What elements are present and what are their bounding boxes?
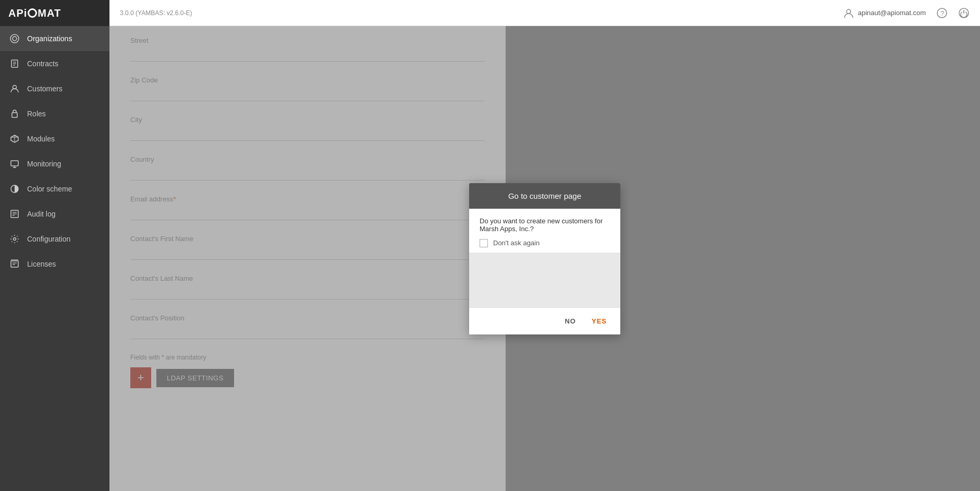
version-label: 3.0.0 (YAMBAS: v2.6.0-E): [120, 9, 192, 17]
sidebar-item-label: Contracts: [27, 59, 58, 68]
sidebar-item-label: Audit log: [27, 210, 55, 218]
logo-circle: [28, 8, 37, 18]
dialog-overlay: Go to customer page Do you want to creat…: [109, 26, 980, 491]
monitoring-icon: [9, 159, 20, 169]
sidebar-item-label: Color scheme: [27, 185, 72, 193]
topbar: 3.0.0 (YAMBAS: v2.6.0-E) apinaut@apiomat…: [109, 0, 980, 26]
sidebar-item-licenses[interactable]: Licenses: [0, 252, 109, 277]
sidebar-item-modules[interactable]: Modules: [0, 126, 109, 151]
svg-point-0: [10, 34, 19, 43]
svg-point-18: [14, 238, 16, 241]
organizations-icon: [9, 33, 20, 44]
sidebar-item-label: Roles: [27, 110, 46, 118]
user-info: apinaut@apiomat.com: [843, 8, 926, 18]
svg-rect-7: [12, 113, 17, 117]
sidebar-item-audit-log[interactable]: Audit log: [0, 201, 109, 226]
configuration-icon: [9, 234, 20, 244]
user-icon: [843, 8, 854, 18]
sidebar-item-contracts[interactable]: Contracts: [0, 51, 109, 76]
sidebar-item-color-scheme[interactable]: Color scheme: [0, 176, 109, 201]
sidebar-item-monitoring[interactable]: Monitoring: [0, 151, 109, 176]
dialog-body: Do you want to create new customers for …: [469, 209, 620, 253]
app-logo: APiMAT: [0, 0, 109, 26]
help-icon[interactable]: ?: [936, 7, 948, 19]
dont-ask-checkbox[interactable]: [480, 239, 488, 247]
color-scheme-icon: [9, 184, 20, 194]
sidebar-item-organizations[interactable]: Organizations: [0, 26, 109, 51]
dialog-body-text: Do you want to create new customers for …: [480, 217, 610, 233]
dialog-header: Go to customer page: [469, 183, 620, 209]
dialog-footer: NO YES: [469, 307, 620, 334]
sidebar-item-label: Licenses: [27, 260, 56, 268]
main-panel: 3.0.0 (YAMBAS: v2.6.0-E) apinaut@apiomat…: [109, 0, 980, 491]
sidebar-item-label: Customers: [27, 85, 63, 93]
dialog-title: Go to customer page: [508, 191, 581, 200]
sidebar-item-label: Configuration: [27, 235, 70, 243]
sidebar-item-label: Organizations: [27, 34, 72, 43]
sidebar-item-configuration[interactable]: Configuration: [0, 226, 109, 252]
dont-ask-label: Don't ask again: [493, 239, 540, 247]
contracts-icon: [9, 58, 20, 69]
audit-log-icon: [9, 209, 20, 219]
sidebar-item-customers[interactable]: Customers: [0, 76, 109, 101]
sidebar-item-label: Monitoring: [27, 160, 61, 168]
logout-icon[interactable]: [958, 7, 970, 19]
content-area: Street Zip Code City Co: [109, 26, 980, 491]
dialog-no-button[interactable]: NO: [559, 314, 581, 328]
sidebar-item-roles[interactable]: Roles: [0, 101, 109, 126]
svg-point-23: [847, 9, 851, 14]
svg-point-1: [13, 37, 17, 41]
modules-icon: [9, 134, 20, 144]
sidebar-item-label: Modules: [27, 135, 55, 143]
user-email: apinaut@apiomat.com: [858, 9, 926, 17]
dialog-grey-area: [469, 253, 620, 307]
topbar-right: apinaut@apiomat.com ?: [843, 7, 970, 19]
svg-text:?: ?: [940, 9, 944, 17]
licenses-icon: [9, 259, 20, 269]
dialog: Go to customer page Do you want to creat…: [469, 183, 620, 334]
sidebar: APiMAT Organizations Contracts: [0, 0, 109, 491]
svg-rect-19: [11, 261, 18, 267]
roles-icon: [9, 109, 20, 119]
dialog-checkbox-row: Don't ask again: [480, 239, 610, 247]
customers-icon: [9, 83, 20, 94]
dialog-yes-button[interactable]: YES: [586, 314, 612, 328]
svg-rect-10: [11, 161, 18, 166]
